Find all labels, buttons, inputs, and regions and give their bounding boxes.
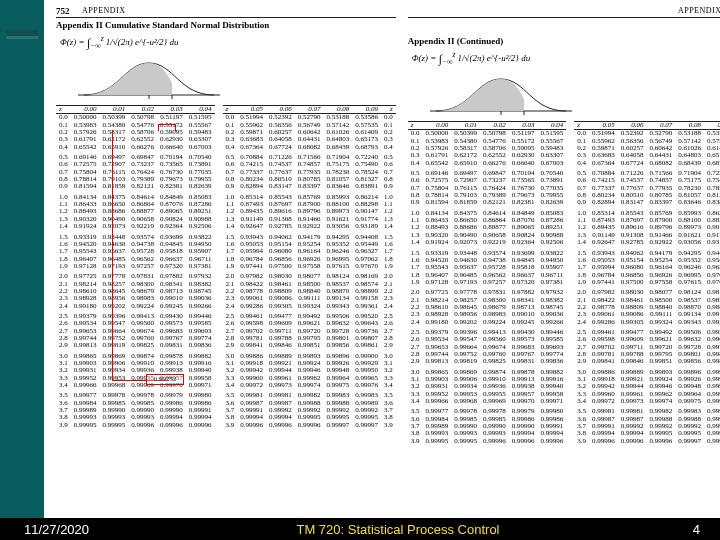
page-number-left: 752 bbox=[56, 6, 82, 16]
slide: 752 APPENDIX Appendix II Cumulative Stan… bbox=[0, 0, 720, 540]
slide-accent-bar bbox=[0, 0, 44, 518]
z-table-left-hi: z0.050.060.070.080.09z0.00.519940.523920… bbox=[223, 105, 396, 429]
annotation-lookup-path bbox=[112, 130, 169, 381]
normal-curve-diagram-left: 0 z bbox=[74, 57, 224, 101]
phi-formula-right: Φ(z) = ∫−∞z 1/√(2π) e^{-u²/2} du bbox=[412, 50, 720, 67]
book-page-right: 753 APPENDIX Appendix II (Continued) Φ(z… bbox=[402, 2, 720, 514]
svg-text:z: z bbox=[521, 115, 525, 117]
appendix-title-left: Appendix II Cumulative Standard Normal D… bbox=[56, 20, 396, 30]
appendix-title-right: Appendix II (Continued) bbox=[408, 36, 720, 46]
slide-footer: 11/27/2020 TM 720: Statistical Process C… bbox=[0, 518, 720, 540]
footer-date: 11/27/2020 bbox=[0, 522, 144, 537]
footer-course: TM 720: Statistical Process Control bbox=[144, 522, 652, 537]
z-table-right-hi: z0.050.060.070.080.09z0.00.519940.523920… bbox=[574, 121, 720, 445]
annotation-value-box: 0.99752 bbox=[146, 374, 184, 385]
svg-text:0: 0 bbox=[147, 99, 151, 101]
page-type-right: APPENDIX bbox=[678, 6, 720, 16]
z-table-right-lo: z0.000.010.020.030.040.00.500000.503990.… bbox=[408, 121, 567, 445]
footer-slide-number: 4 bbox=[652, 522, 720, 537]
normal-curve-diagram-right: 0 z bbox=[426, 73, 576, 117]
book-page-left: 752 APPENDIX Appendix II Cumulative Stan… bbox=[50, 2, 402, 514]
svg-text:0: 0 bbox=[499, 115, 503, 117]
page-scan: 752 APPENDIX Appendix II Cumulative Stan… bbox=[50, 2, 716, 514]
phi-formula-left: Φ(z) = ∫−∞z 1/√(2π) e^{-u²/2} du bbox=[60, 34, 396, 51]
svg-text:z: z bbox=[169, 99, 173, 101]
page-type-left: APPENDIX bbox=[82, 6, 126, 16]
